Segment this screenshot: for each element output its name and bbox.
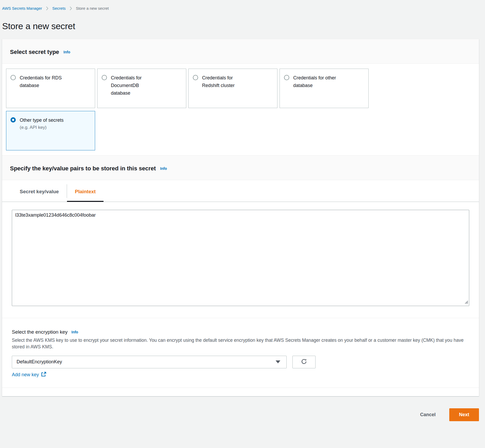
encryption-key-section: Select the encryption key Info Select th… [2,318,479,388]
encryption-key-select[interactable]: DefaultEncryptionKey [12,356,287,368]
option-label: Credentials for DocumentDB database [111,74,142,97]
wizard-actions: Cancel Next [2,408,479,421]
caret-down-icon [276,360,280,363]
option-label: Other type of secrets [20,118,64,123]
keyvalue-header: Specify the key/value pairs to be stored… [2,155,479,180]
plaintext-secret-textarea[interactable]: l33te3xample01234d646c8c004foobar [12,210,469,306]
tab-plaintext[interactable]: Plaintext [67,180,104,202]
refresh-keys-button[interactable] [292,356,316,368]
card-footer-strip [2,388,479,396]
secret-type-row-2: Other type of secrets (e.g. API key) [6,111,474,150]
encryption-info-link[interactable]: Info [71,330,78,334]
next-button[interactable]: Next [449,408,479,421]
option-label: Credentials for other database [293,74,336,89]
page-title: Store a new secret [2,21,479,31]
encryption-key-title: Select the encryption key [12,329,68,335]
add-new-key-link[interactable]: Add new key [12,372,46,378]
secret-type-options: Credentials for RDS database Credentials… [2,64,479,155]
option-label: Credentials for Redshift cluster [202,74,235,89]
encryption-description: Select the AWS KMS key to use to encrypt… [12,337,469,350]
secret-type-row-1: Credentials for RDS database Credentials… [6,69,474,108]
page: AWS Secrets Manager Secrets Store a new … [0,0,485,429]
option-redshift-cluster[interactable]: Credentials for Redshift cluster [188,69,277,108]
option-other-database[interactable]: Credentials for other database [280,69,369,108]
radio-unchecked-icon[interactable] [11,75,16,80]
option-documentdb-database[interactable]: Credentials for DocumentDB database [97,69,186,108]
breadcrumb-secrets[interactable]: Secrets [52,6,66,11]
keyvalue-title: Specify the key/value pairs to be stored… [10,165,156,172]
refresh-icon [301,358,307,366]
select-secret-type-title: Select secret type [10,49,59,55]
chevron-right-icon [46,6,48,11]
breadcrumb-current: Store a new secret [76,6,109,11]
option-sublabel: (e.g. API key) [20,125,47,130]
keyvalue-info-link[interactable]: Info [160,166,167,171]
option-label: Credentials for RDS database [20,74,62,89]
encryption-key-selected-value: DefaultEncryptionKey [17,359,62,365]
radio-unchecked-icon[interactable] [284,75,289,80]
cancel-button[interactable]: Cancel [419,412,437,418]
secret-type-info-link[interactable]: Info [64,50,70,54]
radio-unchecked-icon[interactable] [102,75,107,80]
store-secret-card: Select secret type Info Credentials for … [2,39,479,396]
keyvalue-tabs: Secret key/value Plaintext [2,180,479,202]
encryption-controls: DefaultEncryptionKey [12,356,469,368]
plaintext-panel: l33te3xample01234d646c8c004foobar [2,202,479,318]
add-new-key-label: Add new key [12,372,39,378]
breadcrumb: AWS Secrets Manager Secrets Store a new … [2,0,479,11]
option-rds-database[interactable]: Credentials for RDS database [6,69,95,108]
radio-unchecked-icon[interactable] [193,75,198,80]
select-secret-type-header: Select secret type Info [2,39,479,64]
external-link-icon [41,372,46,378]
resize-handle-icon[interactable] [464,300,468,305]
tab-secret-keyvalue[interactable]: Secret key/value [12,180,67,202]
breadcrumb-secrets-manager[interactable]: AWS Secrets Manager [2,6,42,11]
chevron-right-icon [70,6,72,11]
option-other-type-of-secrets[interactable]: Other type of secrets (e.g. API key) [6,111,95,150]
radio-checked-icon[interactable] [11,117,16,123]
